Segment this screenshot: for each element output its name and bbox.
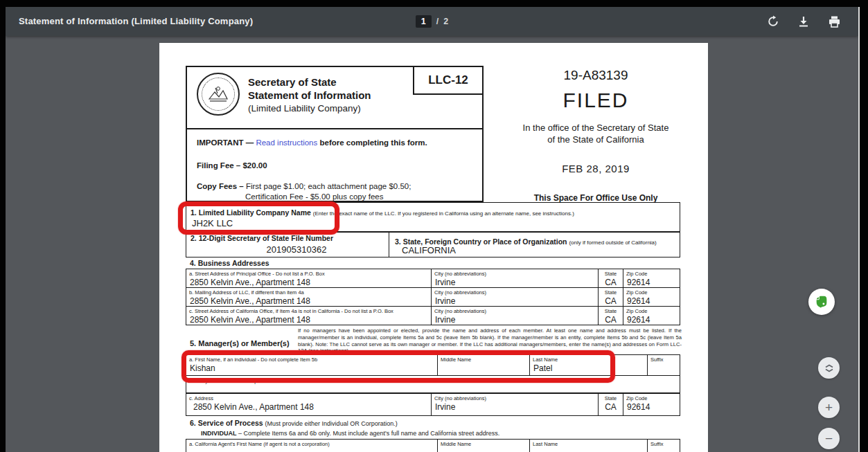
page-total: 2 xyxy=(443,17,448,26)
state-value: CA xyxy=(599,296,623,306)
individual-label: INDIVIDUAL xyxy=(201,430,237,437)
pdf-page: Secretary of State Statement of Informat… xyxy=(159,43,708,452)
important-line: IMPORTANT — Read instructions before com… xyxy=(197,138,427,147)
download-icon[interactable] xyxy=(796,14,811,29)
last-name-cell: Last Name xyxy=(529,440,647,452)
city-cell: City (no abbreviations) Irvine xyxy=(431,288,598,306)
street-label: c. Street Address of California Office, … xyxy=(189,308,393,314)
state-cell: State CA xyxy=(598,269,623,287)
city-cell: City (no abbreviations) Irvine xyxy=(431,269,598,287)
important-box: IMPORTANT — Read instructions before com… xyxy=(186,129,484,202)
section6-title: 6. Service of Process (Must provide eith… xyxy=(190,419,398,427)
form-header-text: Secretary of State Statement of Informat… xyxy=(248,75,371,115)
zip-value: 92614 xyxy=(627,315,650,325)
page-separator: / xyxy=(436,17,439,26)
section2-3-row: 2. 12-Digit Secretary of State File Numb… xyxy=(186,232,680,257)
suffix-cell: Suffix xyxy=(647,440,681,452)
state-value: CA xyxy=(599,402,623,412)
street-label: a. Street Address of Principal Office - … xyxy=(189,271,325,277)
stamp-office-line2: of the State of California xyxy=(485,134,707,145)
section2-label: 2. 12-Digit Secretary of State File Numb… xyxy=(191,234,333,242)
individual-instruction-line: INDIVIDUAL – Complete Items 6a and 6b on… xyxy=(201,430,499,437)
important-suffix: before completing this form. xyxy=(317,138,427,147)
section5-title: 5. Manager(s) or Member(s) xyxy=(190,339,290,347)
street-cell: b. Mailing Address of LLC, if different … xyxy=(186,288,431,306)
stamp-date: FEB 28, 2019 xyxy=(485,163,707,174)
state-label: State xyxy=(599,308,623,314)
certification-fee-line: Certification Fee - $5.00 plus copy fees xyxy=(245,192,383,201)
city-label: City (no abbreviations) xyxy=(434,271,486,277)
evernote-clipper-button[interactable] xyxy=(808,289,835,315)
copy-fees-label: Copy Fees – xyxy=(197,182,246,190)
zoom-out-button[interactable]: − xyxy=(818,428,840,449)
suffix-cell: Suffix xyxy=(647,355,681,375)
highlight-llc-name xyxy=(178,201,339,235)
print-icon[interactable] xyxy=(826,14,842,29)
zip-cell: Zip Code 92614 xyxy=(623,269,681,287)
section4-title: 4. Business Addresses xyxy=(190,259,269,267)
agent-name-row-6a: a. California Agent's First Name (if age… xyxy=(186,439,680,452)
zip-cell: Zip Code 92614 xyxy=(623,394,681,415)
zip-value: 92614 xyxy=(627,402,650,412)
stamp-office-text: In the office of the Secretary of State … xyxy=(485,122,707,145)
suffix-label: Suffix xyxy=(650,356,664,363)
section1-hint-suffix: .) xyxy=(571,210,574,217)
california-state-seal-icon xyxy=(197,73,240,116)
zip-label: Zip Code xyxy=(626,271,647,277)
important-label: IMPORTANT — xyxy=(197,138,256,147)
zip-label: Zip Code xyxy=(626,289,647,296)
section6-hint: (Must provide either Individual OR Corpo… xyxy=(265,420,398,427)
individual-text: – Complete Items 6a and 6b only. Must in… xyxy=(237,430,500,437)
organization-state-value: CALIFORNIA xyxy=(402,245,456,255)
address-label: c. Address xyxy=(189,395,213,401)
section3-organization-cell: 3. State, Foreign Country or Place of Or… xyxy=(389,233,680,257)
section2-file-number-cell: 2. 12-Digit Secretary of State File Numb… xyxy=(186,233,389,257)
state-label: State xyxy=(599,289,623,296)
last-name-label: Last Name xyxy=(533,441,558,447)
middle-name-cell: Middle Name xyxy=(437,440,529,452)
page-number-input[interactable]: 1 xyxy=(416,15,432,28)
city-label: City (no abbreviations) xyxy=(434,289,486,296)
address-row-4b: b. Mailing Address of LLC, if different … xyxy=(186,287,680,307)
city-value: Irvine xyxy=(435,402,455,412)
address-row-4c: c. Street Address of California Office, … xyxy=(186,306,680,325)
see-instructions-link[interactable]: see instructions xyxy=(532,210,571,217)
street-cell: a. Street Address of Principal Office - … xyxy=(186,269,431,287)
rotate-icon[interactable] xyxy=(765,14,781,29)
zoom-in-button[interactable]: + xyxy=(818,397,840,418)
state-label: State xyxy=(599,395,623,401)
agent-first-name-cell: a. California Agent's First Name (if age… xyxy=(186,440,437,452)
filed-stamp: FILED xyxy=(485,89,707,112)
read-instructions-link[interactable]: Read instructions xyxy=(256,138,317,147)
copy-fees-text: First page $1.00; each attachment page $… xyxy=(246,182,411,190)
copy-fees-line: Copy Fees – First page $1.00; each attac… xyxy=(197,182,411,190)
state-cell: State CA xyxy=(598,394,623,415)
street-value: 2850 Kelvin Ave., Apartment 148 xyxy=(190,278,310,287)
city-cell: City (no abbreviations) Irvine xyxy=(431,307,598,325)
address-value: 2850 Kelvin Ave., Apartment 148 xyxy=(193,402,314,412)
city-cell: City (no abbreviations) Irvine xyxy=(431,394,598,415)
section1-hint: (Enter the exact name of the LLC. If you… xyxy=(313,210,533,217)
street-label: b. Mailing Address of LLC, if different … xyxy=(189,289,304,296)
pdf-viewer: Statement of Information (Limited Liabil… xyxy=(6,7,858,452)
zip-value: 92614 xyxy=(627,296,650,306)
stamp-office-line1: In the office of the Secretary of State xyxy=(485,122,707,134)
city-value: Irvine xyxy=(435,278,455,287)
address-cell: c. Address 2850 Kelvin Ave., Apartment 1… xyxy=(186,394,431,415)
viewer-canvas[interactable]: Secretary of State Statement of Informat… xyxy=(6,36,858,452)
state-cell: State CA xyxy=(598,307,623,325)
city-value: Irvine xyxy=(435,315,455,325)
zip-value: 92614 xyxy=(627,278,650,287)
state-cell: State CA xyxy=(598,288,623,306)
manager-address-row-5c: c. Address 2850 Kelvin Ave., Apartment 1… xyxy=(186,393,680,416)
city-label: City (no abbreviations) xyxy=(434,395,486,401)
state-value: CA xyxy=(599,315,623,325)
page-indicator: 1 / 2 xyxy=(6,7,858,36)
zip-label: Zip Code xyxy=(626,308,647,314)
state-label: State xyxy=(599,271,623,277)
address-row-4a: a. Street Address of Principal Office - … xyxy=(186,269,680,288)
office-use-only-label: This Space For Office Use Only xyxy=(485,193,707,203)
form-title: Statement of Information xyxy=(248,89,371,102)
agent-first-name-label: a. California Agent's First Name (if age… xyxy=(189,441,330,447)
fit-to-page-button[interactable] xyxy=(818,357,840,379)
